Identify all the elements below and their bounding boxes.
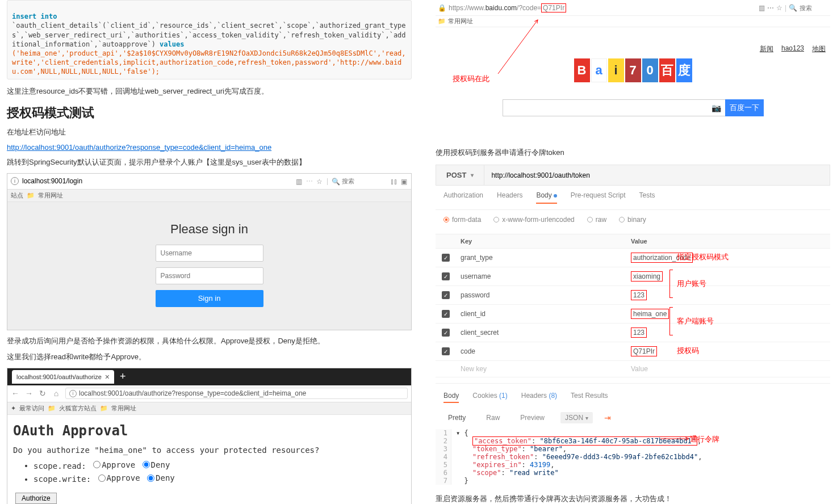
resp-tab-tests[interactable]: Test Results (571, 392, 608, 403)
browser-tab[interactable]: localhost:9001/oauth/authorize × (12, 370, 114, 384)
forward-icon[interactable]: → (24, 389, 34, 398)
table-row-empty[interactable]: New key Value (436, 361, 830, 377)
library-icon[interactable]: ⫿⫿ (391, 178, 397, 184)
search-input[interactable] (342, 178, 387, 184)
radio-urlencoded[interactable]: x-www-form-urlencoded (493, 216, 574, 224)
reload-icon[interactable]: ↻ (38, 389, 47, 398)
value-header: Value (626, 234, 830, 248)
close-icon[interactable]: × (105, 372, 110, 381)
sign-in-button[interactable]: Sign in (156, 290, 263, 307)
sql-code-block: insert into `oauth_client_details`(`clie… (7, 0, 412, 79)
radio-binary[interactable]: binary (619, 216, 646, 224)
note-approve-choice: 这里我们选择read和write都给予Approve。 (7, 352, 412, 362)
baidu-nav-links: 新闻 hao123 地图 (760, 44, 826, 54)
postman-panel: POST ▾ Authorization Headers Body Pre-re… (436, 165, 830, 485)
wrap-icon[interactable]: ⇥ (604, 413, 611, 422)
bookmark-row: 站点 📁 常用网址 (7, 190, 411, 202)
scope-read-deny-radio[interactable] (143, 461, 150, 468)
star-icon[interactable]: ☆ (776, 4, 782, 12)
resp-tab-body[interactable]: Body (443, 392, 459, 403)
checkbox-icon[interactable]: ✓ (442, 272, 450, 280)
camera-icon[interactable]: 📷 (708, 99, 725, 116)
key-cell[interactable]: code (456, 343, 626, 359)
http-method: POST (446, 171, 466, 179)
checkbox-icon[interactable]: ✓ (442, 347, 450, 355)
baidu-search-input[interactable] (503, 99, 708, 116)
back-icon[interactable]: ← (11, 389, 20, 398)
sub-pretty[interactable]: Pretty (443, 412, 470, 423)
resp-tab-cookies[interactable]: Cookies (1) (472, 392, 507, 403)
value-cell[interactable]: 123 (631, 290, 647, 300)
table-row[interactable]: ✓ client_id heima_one 客户端账号 (436, 305, 830, 324)
sub-preview[interactable]: Preview (516, 412, 549, 423)
line-numbers: 1234567 (436, 429, 451, 485)
most-visited[interactable]: 最常访问 (19, 404, 44, 413)
baidu-search-button[interactable]: 百度一下 (725, 99, 764, 116)
url-field[interactable]: i localhost:9001/oauth/authorize?respons… (65, 388, 408, 399)
value-cell[interactable]: 123 (631, 327, 647, 338)
username-input[interactable] (156, 245, 263, 262)
tab-authorization[interactable]: Authorization (443, 191, 483, 204)
folder-label[interactable]: 常用网址 (38, 191, 63, 200)
reader-icon[interactable]: ▥ (759, 4, 765, 12)
folder-icon: 📁 (48, 405, 56, 412)
key-cell[interactable]: client_id (456, 306, 626, 322)
nav-link-hao123[interactable]: hao123 (781, 44, 804, 54)
url-input[interactable] (22, 177, 292, 185)
value-cell[interactable]: xiaoming (631, 271, 663, 282)
scope-write-deny-radio[interactable] (147, 474, 154, 482)
oauth-title: OAuth Approval (13, 423, 405, 439)
common-sites[interactable]: 常用网址 (111, 404, 136, 413)
resp-tab-headers[interactable]: Headers (8) (521, 392, 557, 403)
new-tab-button[interactable]: + (116, 371, 129, 383)
new-key-placeholder[interactable]: New key (456, 361, 626, 377)
reader-icon[interactable]: ▥ (296, 178, 303, 184)
key-cell[interactable]: client_secret (456, 325, 626, 341)
checkbox-icon[interactable]: ✓ (442, 329, 450, 337)
authorize-button[interactable]: Authorize (15, 493, 57, 504)
key-cell[interactable]: password (456, 287, 626, 303)
search-icon[interactable]: 🔍 (789, 4, 797, 12)
folder-label[interactable]: 常用网址 (448, 17, 473, 26)
checkbox-icon[interactable]: ✓ (442, 254, 450, 262)
body-type-radios: form-data x-www-form-urlencoded raw bina… (436, 210, 830, 229)
authorize-url-link[interactable]: http://localhost:9001/oauth/authorize?re… (7, 143, 271, 152)
sub-raw[interactable]: Raw (482, 412, 504, 423)
value-cell[interactable]: heima_one (631, 309, 669, 319)
home-icon[interactable]: ⌂ (52, 389, 61, 398)
star-icon[interactable]: ☆ (316, 178, 323, 184)
radio-raw[interactable]: raw (587, 216, 606, 224)
search-icon[interactable]: 🔍 (332, 178, 338, 184)
firefox-sites[interactable]: 火狐官方站点 (59, 404, 97, 413)
table-row[interactable]: ✓ password 123 (436, 286, 830, 305)
note-spring-security: 跳转到SpringSecurity默认认证页面，提示用户登录个人账户【这里是sy… (7, 157, 412, 167)
search-input[interactable] (800, 5, 828, 11)
scope-write-approve-radio[interactable] (98, 474, 106, 482)
http-method-select[interactable]: POST ▾ (436, 165, 484, 185)
checkbox-icon[interactable]: ✓ (442, 310, 450, 318)
key-cell[interactable]: username (456, 268, 626, 284)
scope-read-approve-radio[interactable] (93, 461, 101, 468)
format-dropdown[interactable]: JSON ▾ (560, 412, 593, 423)
table-row[interactable]: ✓ client_secret 123 (436, 324, 830, 342)
nav-link-map[interactable]: 地图 (812, 44, 826, 54)
sql-insert-kw: insert into (12, 12, 57, 20)
sql-table: `oauth_client_details`(`client_id`,`reso… (12, 22, 406, 48)
nav-row: ← → ↻ ⌂ i localhost:9001/oauth/authorize… (7, 385, 411, 402)
radio-form-data[interactable]: form-data (443, 216, 481, 224)
tab-prerequest[interactable]: Pre-request Script (571, 191, 626, 204)
request-url-input[interactable] (484, 165, 830, 185)
tab-tests[interactable]: Tests (639, 191, 655, 204)
tab-body[interactable]: Body (536, 191, 556, 204)
key-cell[interactable]: grant_type (456, 250, 626, 266)
password-input[interactable] (156, 267, 263, 284)
table-row[interactable]: ✓ code Q71PIr 授权码 (436, 342, 830, 361)
new-val-placeholder[interactable]: Value (626, 361, 830, 377)
table-row[interactable]: ✓ username xiaoming 用户账号 (436, 267, 830, 286)
checkbox-icon[interactable]: ✓ (442, 291, 450, 299)
table-row[interactable]: ✓ grant_type authorization_code 指定授权码模式 (436, 249, 830, 267)
value-cell[interactable]: Q71PIr (631, 346, 657, 356)
sidebar-icon[interactable]: ▣ (401, 178, 408, 184)
nav-link-news[interactable]: 新闻 (760, 44, 773, 54)
tab-headers[interactable]: Headers (497, 191, 522, 204)
